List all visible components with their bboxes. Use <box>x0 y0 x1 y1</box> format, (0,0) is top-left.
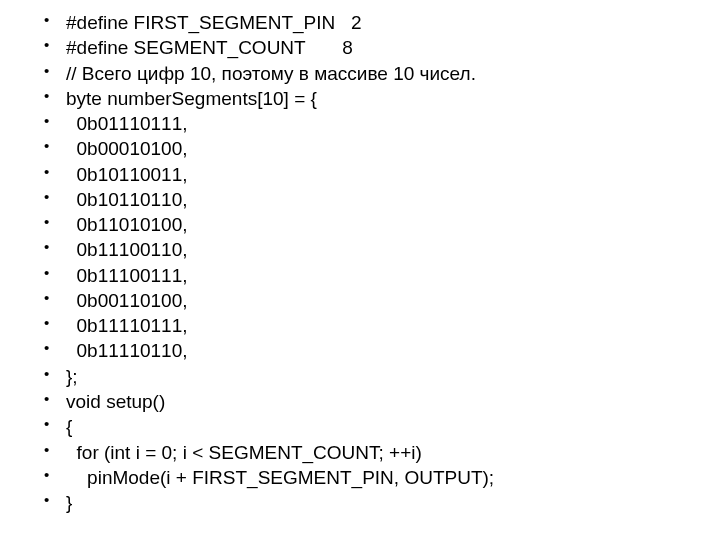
list-item: 0b11100111, <box>44 263 720 288</box>
list-item: } <box>44 490 720 515</box>
list-item: 0b11110111, <box>44 313 720 338</box>
list-item: byte numberSegments[10] = { <box>44 86 720 111</box>
list-item: #define SEGMENT_COUNT 8 <box>44 35 720 60</box>
list-item: 0b00010100, <box>44 136 720 161</box>
list-item: 0b11100110, <box>44 237 720 262</box>
list-item: 0b11010100, <box>44 212 720 237</box>
list-item: pinMode(i + FIRST_SEGMENT_PIN, OUTPUT); <box>44 465 720 490</box>
list-item: 0b00110100, <box>44 288 720 313</box>
list-item: 0b10110011, <box>44 162 720 187</box>
list-item: }; <box>44 364 720 389</box>
list-item: // Всего цифр 10, поэтому в массиве 10 ч… <box>44 61 720 86</box>
list-item: 0b01110111, <box>44 111 720 136</box>
list-item: 0b10110110, <box>44 187 720 212</box>
code-list: #define FIRST_SEGMENT_PIN 2 #define SEGM… <box>0 10 720 515</box>
list-item: void setup() <box>44 389 720 414</box>
list-item: 0b11110110, <box>44 338 720 363</box>
list-item: for (int i = 0; i < SEGMENT_COUNT; ++i) <box>44 440 720 465</box>
list-item: { <box>44 414 720 439</box>
list-item: #define FIRST_SEGMENT_PIN 2 <box>44 10 720 35</box>
